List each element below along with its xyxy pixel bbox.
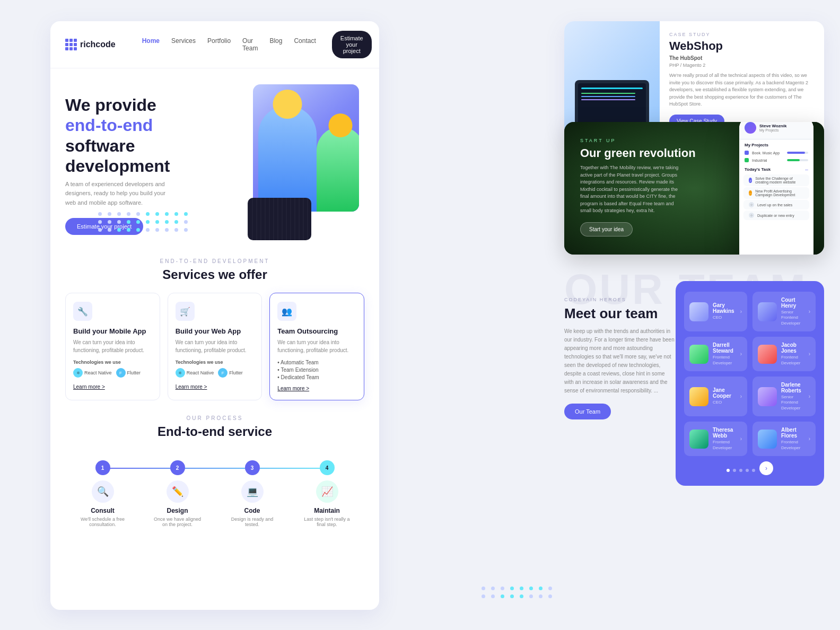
nav-home[interactable]: Home [142, 37, 160, 52]
team-member-gary[interactable]: Gary Hawkins CEO › [684, 292, 747, 331]
project-name-2: Industrial [752, 159, 784, 162]
team-member-info-jacob: Jacob Jones Frontend Developer [781, 342, 804, 366]
logo-dot [74, 39, 77, 42]
team-member-theresa[interactable]: Theresa Webb Frontend Developer › [684, 422, 747, 456]
hero-title: We provide end-to-end software developme… [65, 95, 242, 177]
deco-dot-r [539, 587, 542, 590]
bullet-extension: • Team Extension [277, 367, 356, 373]
nav-portfolio[interactable]: Portfolio [207, 37, 231, 52]
react-dot-2: ⚛ [176, 368, 185, 378]
web-tech-icons: ⚛ React Native F Flutter [176, 368, 255, 378]
chevron-right-icon: › [740, 309, 742, 314]
team-member-name-jane: Jane Cooper [713, 387, 736, 399]
team-member-info-darlene: Darlene Roberts Senior Frontend Develope… [781, 382, 804, 411]
project-fill-2 [787, 159, 800, 161]
react-dot: ⚛ [73, 368, 83, 378]
phone-avatar [745, 122, 756, 134]
deco-dot-r [491, 594, 495, 598]
team-member-info-theresa: Theresa Webb Frontend Developer [713, 427, 736, 451]
team-member-jacob[interactable]: Jacob Jones Frontend Developer › [752, 337, 816, 371]
person1-illustration [258, 106, 317, 212]
deco-dot [155, 220, 159, 224]
deco-dot [136, 212, 140, 216]
deco-dot [174, 212, 178, 216]
project-color-dot [745, 151, 749, 155]
task-text-2: New Profit Advertising Campaign Developm… [755, 189, 804, 197]
team-member-role-gary: CEO [713, 315, 736, 320]
team-dot-2[interactable] [733, 469, 736, 472]
dots-grid [98, 212, 189, 232]
logo-dot [74, 47, 77, 50]
mobile-learn-more[interactable]: Learn more > [73, 384, 152, 390]
team-member-court[interactable]: Court Henry Senior Frontend Developer › [752, 292, 816, 331]
logo-dot [69, 39, 73, 42]
mobile-tech-label: Technologies we use [73, 360, 152, 365]
team-dot-5[interactable] [752, 469, 755, 472]
dots-grid-right [482, 587, 554, 598]
team-title: Meet our team [564, 305, 676, 322]
web-learn-more[interactable]: Learn more > [176, 384, 255, 390]
hero-subtitle: A team of experienced developers and des… [65, 180, 171, 208]
team-left-content: CODEYAIN HEROES Meet our team We keep up… [564, 297, 676, 419]
case-study-tech: PHP / Magento 2 [669, 63, 815, 68]
case-study-label: CASE STUDY [669, 32, 815, 37]
team-member-name-darrell: Darrell Steward [713, 342, 736, 354]
chevron-right-icon-4: › [809, 351, 810, 357]
task-text-1: Solve the Challenge of creating modern w… [755, 177, 804, 184]
team-dot-4[interactable] [746, 469, 749, 472]
step-number-4: 4 [320, 460, 335, 475]
step-icon-consult: 🔍 [92, 480, 114, 503]
project-fill-1 [787, 152, 805, 154]
outsourcing-learn-more[interactable]: Learn more > [277, 386, 356, 391]
mobile-card-desc: We can turn your idea into functioning, … [73, 338, 152, 354]
team-member-name-gary: Gary Hawkins [713, 302, 736, 314]
deco-dot-r [520, 594, 523, 598]
team-dots [727, 469, 755, 472]
deco-dot [136, 228, 140, 232]
team-grid: Gary Hawkins CEO › Court Henry Senior Fr… [676, 281, 824, 486]
navigation: richcode Home Services Portfolio Our Tea… [50, 21, 379, 68]
phone-task-4: ○ Duplicate or new entry [743, 211, 809, 220]
nav-team[interactable]: Our Team [242, 37, 258, 52]
step-name-maintain: Maintain [314, 507, 340, 514]
team-member-darlene[interactable]: Darlene Roberts Senior Frontend Develope… [752, 377, 816, 416]
logo-dot [74, 43, 77, 46]
team-member-jane[interactable]: Jane Cooper CEO › [684, 377, 747, 416]
nav-cta-button[interactable]: Estimate your project [332, 31, 372, 58]
deco-dot [127, 228, 130, 232]
deco-dot [117, 220, 121, 224]
phone-task-3: ○ Level up on the sales [743, 200, 809, 209]
process-step-code: 3 💻 Code Design is ready and tested. [215, 460, 290, 527]
project-name-1: Book. Music App [752, 151, 784, 155]
team-member-darrell[interactable]: Darrell Steward Frontend Developer › [684, 337, 747, 371]
green-title: Our green revolution [580, 146, 696, 160]
nav-services[interactable]: Services [171, 37, 196, 52]
phone-tasks-see-more: ... [805, 167, 808, 172]
team-member-info-gary: Gary Hawkins CEO [713, 302, 736, 320]
team-member-albert[interactable]: Albert Flores Frontend Developer › [752, 422, 816, 456]
team-member-info-albert: Albert Flores Frontend Developer [781, 427, 804, 451]
team-dot-3[interactable] [739, 469, 742, 472]
green-cta-button[interactable]: Start your idea [580, 222, 633, 237]
our-team-section: OUR TEAM CODEYAIN HEROES Meet our team W… [564, 265, 824, 626]
team-cta-button[interactable]: Our Team [564, 404, 611, 419]
nav-blog[interactable]: Blog [269, 37, 282, 52]
chevron-right-icon-2: › [809, 309, 810, 314]
team-member-role-darlene: Senior Frontend Developer [781, 395, 804, 411]
team-dot-1[interactable] [727, 469, 730, 472]
deco-dot-r [529, 594, 533, 598]
bullet-automatic: • Automatic Team [277, 360, 356, 365]
team-next-button[interactable]: › [759, 461, 773, 475]
phone-projects-title: My Projects [739, 139, 813, 149]
process-title: End-to-end service [65, 424, 364, 439]
step-number-3: 3 [245, 460, 260, 475]
logo-dot [65, 47, 68, 50]
service-card-outsourcing: 👥 Team Outsourcing We can turn your idea… [269, 293, 364, 400]
deco-dot [165, 212, 169, 216]
web-flutter-icon: F Flutter [218, 368, 243, 378]
outsourcing-icon: 👥 [277, 302, 296, 321]
case-study-card: CASE STUDY WebShop The HubSpot PHP / Mag… [564, 21, 824, 138]
nav-contact[interactable]: Contact [294, 37, 316, 52]
flutter-icon: F Flutter [116, 368, 141, 378]
task-text-4: Duplicate or new entry [757, 214, 794, 217]
